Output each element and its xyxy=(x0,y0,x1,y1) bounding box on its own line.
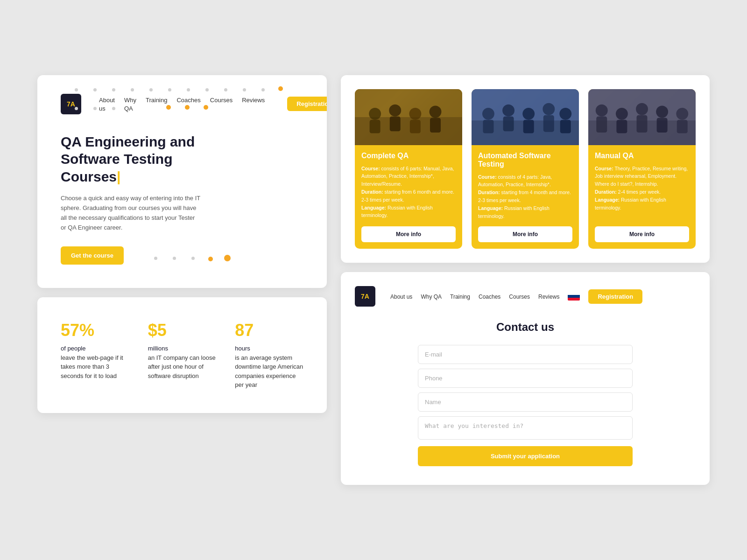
contact-logo: 7A xyxy=(355,286,377,307)
contact-registration-button[interactable]: Registration xyxy=(588,289,642,304)
svg-point-24 xyxy=(596,104,608,116)
stat-label-0: of people xyxy=(61,345,86,352)
course-details-manual: Course: Theory, Practice, Resume writing… xyxy=(595,165,689,220)
nav-whyqa[interactable]: Why QA xyxy=(124,96,136,112)
name-field[interactable] xyxy=(418,392,633,412)
svg-rect-17 xyxy=(523,119,534,133)
svg-rect-33 xyxy=(677,119,688,133)
contact-nav-courses-link[interactable]: Courses xyxy=(509,294,530,300)
course-body-automated: Automated Software Testing Course: consi… xyxy=(472,145,579,249)
nav-about-link[interactable]: About us xyxy=(99,97,115,112)
duration-label-manual: Duration: xyxy=(595,189,617,195)
stat-desc-0: of people leave the web-page if it takes… xyxy=(61,344,129,380)
contact-nav-courses[interactable]: Courses xyxy=(509,292,530,301)
contact-nav-reviews[interactable]: Reviews xyxy=(538,292,559,301)
registration-button[interactable]: Registration xyxy=(287,97,327,111)
course-img-manual xyxy=(588,89,696,145)
nav-whyqa-link[interactable]: Why QA xyxy=(124,97,136,112)
contact-nav-coaches-link[interactable]: Coaches xyxy=(479,294,500,300)
svg-rect-19 xyxy=(543,115,554,132)
nav-training[interactable]: Training xyxy=(146,96,167,112)
phone-field[interactable] xyxy=(418,369,633,388)
get-course-button[interactable]: Get the course xyxy=(61,246,124,265)
dot xyxy=(243,88,246,91)
dot xyxy=(149,88,153,91)
contact-nav-about[interactable]: About us xyxy=(390,292,412,301)
dot xyxy=(187,88,190,91)
stat-number-0: 57% xyxy=(61,321,129,340)
contact-nav-coaches[interactable]: Coaches xyxy=(479,292,500,301)
svg-point-32 xyxy=(676,107,688,119)
flag-bot-2 xyxy=(568,298,580,301)
svg-rect-15 xyxy=(503,116,514,131)
email-field[interactable] xyxy=(418,345,633,364)
svg-point-4 xyxy=(389,104,401,116)
svg-rect-31 xyxy=(657,118,668,133)
more-info-button-manual[interactable]: More info xyxy=(595,226,689,242)
contact-card: 7A About us Why QA Training Coaches Cour… xyxy=(341,272,710,485)
nav-courses-link[interactable]: Courses xyxy=(210,97,233,104)
interest-field[interactable] xyxy=(418,416,633,440)
course-details-complete-qa: Course: consists of 6 parts: Manual, Jav… xyxy=(361,165,456,220)
svg-rect-27 xyxy=(616,119,627,133)
dot xyxy=(131,88,134,91)
nav-coaches[interactable]: Coaches xyxy=(176,96,200,112)
course-details-automated: Course: consists of 4 parts: Java, Autom… xyxy=(478,173,572,220)
course-label: Course: xyxy=(361,166,380,171)
stat-detail-0: leave the web-page if it takes more than… xyxy=(61,354,123,379)
contact-nav-about-link[interactable]: About us xyxy=(390,294,412,300)
logo-icon: 7A xyxy=(61,94,81,114)
svg-rect-21 xyxy=(560,119,571,133)
svg-point-6 xyxy=(409,107,421,119)
course-img-svg-manual xyxy=(588,89,696,145)
svg-point-20 xyxy=(559,107,571,119)
stat-label-1: millions xyxy=(148,345,168,352)
duration-detail-manual: 2-4 times per week. xyxy=(618,189,661,195)
more-info-button-complete-qa[interactable]: More info xyxy=(361,226,456,242)
contact-nav-whyqa-link[interactable]: Why QA xyxy=(421,294,442,300)
dot-gold xyxy=(208,257,213,261)
nav-about[interactable]: About us xyxy=(99,96,115,112)
svg-rect-9 xyxy=(430,118,441,133)
course-body-complete-qa: Complete QA Course: consists of 6 parts:… xyxy=(355,145,462,249)
times-detail-auto: 2-3 times per week. xyxy=(478,197,521,203)
svg-point-8 xyxy=(430,105,442,118)
course-complete-qa: Complete QA Course: consists of 6 parts:… xyxy=(355,89,462,249)
contact-nav-training-link[interactable]: Training xyxy=(450,294,470,300)
nav-coaches-link[interactable]: Coaches xyxy=(176,97,200,104)
nav-reviews-link[interactable]: Reviews xyxy=(242,97,265,104)
stat-detail-2: is an average system downtime large Amer… xyxy=(235,354,303,389)
hero-title-line1: QA Engineering and xyxy=(61,134,195,149)
contact-nav-whyqa[interactable]: Why QA xyxy=(421,292,442,301)
submit-button[interactable]: Submit your application xyxy=(418,446,633,466)
contact-nav-reviews-link[interactable]: Reviews xyxy=(538,294,559,300)
course-manual-qa: Manual QA Course: Theory, Practice, Resu… xyxy=(588,89,696,249)
dot xyxy=(154,257,157,260)
hero-description: Choose a quick and easy way of entering … xyxy=(61,194,201,232)
contact-logo-icon: 7A xyxy=(355,286,375,307)
more-info-button-automated[interactable]: More info xyxy=(478,226,572,242)
contact-logo-text: 7A xyxy=(361,293,369,300)
course-label-manual: Course: xyxy=(595,166,613,171)
stat-item-2: 87 hours is an average system downtime l… xyxy=(235,321,303,390)
nav-training-link[interactable]: Training xyxy=(146,97,167,104)
nav-reviews[interactable]: Reviews xyxy=(242,96,265,112)
course-title-automated: Automated Software Testing xyxy=(478,152,572,168)
course-img-complete-qa xyxy=(355,89,462,145)
stat-number-2: 87 xyxy=(235,321,303,340)
language-label-auto: Language: xyxy=(478,205,503,211)
stat-item-0: 57% of people leave the web-page if it t… xyxy=(61,321,129,390)
course-automated: Automated Software Testing Course: consi… xyxy=(472,89,579,249)
stats-card: 57% of people leave the web-page if it t… xyxy=(37,297,327,413)
right-column: Complete QA Course: consists of 6 parts:… xyxy=(341,75,710,485)
svg-point-12 xyxy=(482,107,494,119)
nav-courses[interactable]: Courses xyxy=(210,96,233,112)
contact-language-flag[interactable] xyxy=(568,292,580,301)
stat-item-1: $5 millions an IT company can loose afte… xyxy=(148,321,217,390)
course-img-svg xyxy=(355,89,462,145)
svg-point-28 xyxy=(636,103,648,115)
course-title-manual: Manual QA xyxy=(595,152,689,160)
contact-nav-training[interactable]: Training xyxy=(450,292,470,301)
svg-point-14 xyxy=(502,104,514,116)
dot-gold xyxy=(224,255,231,261)
